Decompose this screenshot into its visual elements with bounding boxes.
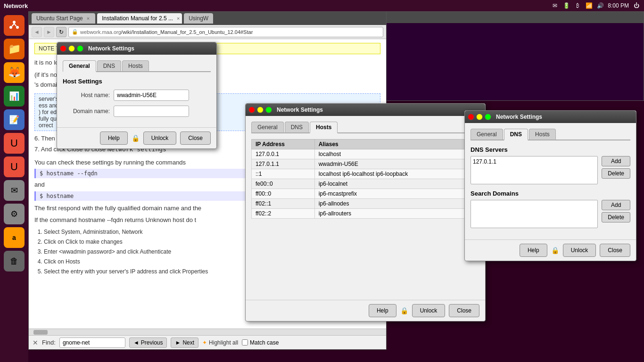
- dialog1-close-button[interactable]: Close: [180, 132, 211, 145]
- dialog2-help-btn[interactable]: Help: [369, 304, 396, 317]
- dialog2-network-settings: Network Settings General DNS Hosts IP Ad…: [245, 103, 486, 321]
- dialog2-min-btn[interactable]: [257, 107, 264, 113]
- dialog3-tab-hosts[interactable]: Hosts: [529, 129, 556, 140]
- table-row[interactable]: 127.0.1.1 wwadmin-U56E: [252, 159, 479, 169]
- power-icon[interactable]: ⏻: [633, 2, 640, 9]
- address-url: webwork.maa.org/wiki/Installation_Manual…: [80, 29, 253, 35]
- next-label: Next: [182, 339, 194, 346]
- dock-firefox[interactable]: 🦊: [4, 62, 25, 83]
- table-row[interactable]: ff00::0 ip6-mcastprefix: [252, 189, 479, 199]
- dock-files[interactable]: 📁: [4, 39, 25, 59]
- dialog1-tab-general[interactable]: General: [63, 60, 96, 72]
- dock-uone2[interactable]: U: [4, 156, 25, 177]
- find-input[interactable]: [59, 337, 125, 348]
- dialog2-lock-icon: 🔒: [400, 307, 408, 314]
- browser-tabbar: Ubuntu Start Page × Installation Manual …: [29, 12, 386, 25]
- dns-servers-add-btn[interactable]: Add: [602, 156, 630, 166]
- dialog3-close-btn[interactable]: [468, 114, 474, 120]
- dialog3-help-btn[interactable]: Help: [520, 244, 547, 257]
- table-row[interactable]: ::1 localhost ip6-localhost ip6-loopback: [252, 169, 479, 179]
- dialog2-max-btn[interactable]: [265, 107, 272, 113]
- search-domains-list[interactable]: [471, 200, 598, 228]
- sound-icon[interactable]: 🔊: [596, 2, 604, 9]
- dialog1-tab-dns[interactable]: DNS: [97, 60, 121, 71]
- dock-mail[interactable]: ✉: [4, 180, 25, 201]
- dialog1-hostname-input[interactable]: [114, 90, 189, 101]
- dock-uone[interactable]: U: [4, 133, 25, 154]
- dock-amazon[interactable]: a: [4, 227, 25, 248]
- dialog1-tab-hosts[interactable]: Hosts: [122, 60, 149, 71]
- table-row[interactable]: 127.0.0.1 localhost: [252, 149, 479, 159]
- dialog3-unlock-btn[interactable]: Unlock: [563, 244, 596, 257]
- tab-installation[interactable]: Installation Manual for 2.5 ... ×: [97, 13, 182, 24]
- dock-writer[interactable]: 📝: [4, 109, 25, 130]
- dialog2-unlock-btn[interactable]: Unlock: [412, 304, 446, 317]
- dialog1-domain-row: Domain name:: [63, 106, 211, 117]
- match-case-checkbox[interactable]: [242, 339, 248, 346]
- clock: 8:00 PM: [608, 2, 629, 9]
- find-close-btn[interactable]: ✕: [33, 339, 38, 346]
- dialog2-tab-dns[interactable]: DNS: [285, 122, 309, 132]
- refresh-btn[interactable]: ↻: [56, 27, 66, 37]
- next-btn[interactable]: ► Next: [171, 337, 198, 348]
- dialog1-close-btn[interactable]: [60, 45, 66, 52]
- highlight-all-btn[interactable]: ✦ Highlight all: [202, 339, 238, 346]
- dialog3-tabs: General DNS Hosts: [471, 129, 630, 140]
- wifi-icon[interactable]: 📶: [585, 2, 593, 9]
- tab-close-installation[interactable]: ×: [176, 16, 181, 21]
- bluetooth-icon[interactable]: ₿: [574, 2, 581, 9]
- dialog1-unlock-btn[interactable]: Unlock: [143, 132, 177, 145]
- table-row[interactable]: ff02::1 ip6-allnodes: [252, 199, 479, 209]
- cell-alias: ip6-localnet: [314, 179, 479, 189]
- address-bar[interactable]: 🔒 webwork.maa.org/wiki/Installation_Manu…: [68, 27, 383, 37]
- dialog1-titlebar: Network Settings: [57, 42, 216, 55]
- dialog2-close-btn[interactable]: [248, 107, 255, 113]
- dialog1-help-btn[interactable]: Help: [100, 132, 128, 145]
- dialog3-title: Network Settings: [496, 114, 633, 120]
- browser-scrollbar[interactable]: [29, 329, 386, 335]
- dialog3-max-btn[interactable]: [485, 114, 491, 120]
- dns-servers-delete-btn[interactable]: Delete: [602, 168, 630, 179]
- dock-calc[interactable]: 📊: [4, 86, 25, 107]
- dialog3-tab-dns[interactable]: DNS: [504, 129, 528, 140]
- back-btn[interactable]: ◄: [32, 27, 42, 37]
- dock-ubuntu[interactable]: [4, 15, 25, 36]
- dialog3-min-btn[interactable]: [476, 114, 483, 120]
- forward-btn[interactable]: ►: [44, 27, 54, 37]
- prev-btn[interactable]: ◄ Previous: [129, 337, 167, 348]
- email-icon[interactable]: ✉: [551, 2, 559, 9]
- cell-ip: ff02::1: [252, 199, 315, 209]
- dns-servers-title: DNS Servers: [471, 146, 630, 153]
- tab-label-usingw: UsingW: [189, 15, 208, 22]
- tab-close-ubuntu[interactable]: ×: [86, 16, 91, 21]
- dialog1-min-btn[interactable]: [68, 45, 75, 52]
- cell-alias: ip6-allnodes: [314, 199, 479, 209]
- dialog2-tab-hosts[interactable]: Hosts: [310, 122, 338, 133]
- dialog1-title: Network Settings: [88, 45, 214, 52]
- dialog1-domain-input[interactable]: [114, 106, 189, 117]
- battery-icon[interactable]: 🔋: [562, 2, 570, 9]
- dialog2-close-button[interactable]: Close: [449, 304, 479, 317]
- browser-nav: ◄ ► ↻ 🔒 webwork.maa.org/wiki/Installatio…: [29, 25, 386, 39]
- table-row[interactable]: ff02::2 ip6-allrouters: [252, 209, 479, 219]
- search-domains-delete-btn[interactable]: Delete: [602, 212, 630, 222]
- match-case-wrap: Match case: [242, 339, 279, 346]
- dialog3-tab-general[interactable]: General: [471, 129, 503, 140]
- dock-trash[interactable]: 🗑: [4, 251, 25, 272]
- dns-servers-row: 127.0.1.1 Add Delete: [471, 156, 630, 184]
- dialog1-max-btn[interactable]: [77, 45, 83, 52]
- svg-point-1: [13, 21, 16, 24]
- search-domains-add-btn[interactable]: Add: [602, 200, 630, 210]
- table-row[interactable]: fe00::0 ip6-localnet: [252, 179, 479, 189]
- search-domains-section: Search Domains Add Delete: [471, 190, 630, 228]
- dns-servers-list[interactable]: 127.0.1.1: [471, 156, 598, 184]
- cell-ip: 127.0.0.1: [252, 149, 315, 159]
- dialog2-content: General DNS Hosts IP Address Aliases 127…: [246, 116, 485, 300]
- dock-settings[interactable]: ⚙: [4, 204, 25, 224]
- dns-servers-buttons: Add Delete: [602, 156, 630, 184]
- dialog2-tab-general[interactable]: General: [251, 122, 284, 132]
- tab-usingw[interactable]: UsingW: [184, 13, 213, 24]
- cmd1-text: $ hostname --fqdn: [40, 170, 98, 177]
- tab-ubuntu-start[interactable]: Ubuntu Start Page ×: [32, 13, 95, 24]
- dialog3-close-button[interactable]: Close: [600, 244, 630, 257]
